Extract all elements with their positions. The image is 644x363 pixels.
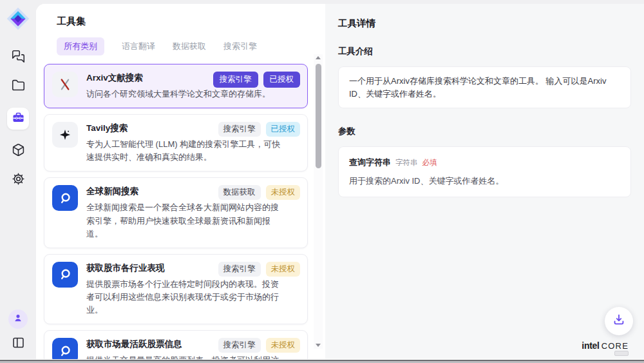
tool-card[interactable]: 全球新闻搜索 全球新闻搜索是一个聚合全球各大新闻网站内容的搜索引擎，帮助用户快速… bbox=[44, 177, 308, 248]
download-button[interactable] bbox=[605, 307, 633, 335]
gear-icon bbox=[12, 172, 25, 188]
tool-description: 提供当天交易量最高的股票列表，投资者可以利用这些信息来识别流动性强的股票和潜在的… bbox=[86, 354, 283, 359]
category-badge: 搜索引擎 bbox=[218, 338, 261, 353]
tool-description: 提供股票市场各个行业在特定时间段内的表现。投资者可以利用这些信息来识别表现优于或… bbox=[86, 278, 283, 317]
tool-card[interactable]: 获取股市各行业表现 提供股票市场各个行业在特定时间段内的表现。投资者可以利用这些… bbox=[44, 254, 308, 324]
news-search-icon bbox=[52, 338, 78, 359]
intel-wordmark: intel bbox=[582, 340, 599, 351]
folder-icon bbox=[12, 79, 25, 95]
tool-description: 访问各个研究领域大量科学论文和文章的存储库。 bbox=[86, 88, 283, 101]
param-type: 字符串 bbox=[395, 158, 418, 168]
tool-list-panel: 工具集 所有类别语言翻译数据获取搜索引擎 Arxiv文献搜索 访问各个研究领域大… bbox=[36, 4, 325, 359]
category-badge: 搜索引擎 bbox=[213, 72, 258, 88]
panel-layout-icon bbox=[12, 336, 25, 352]
sidebar-item-settings[interactable] bbox=[10, 172, 26, 188]
news-search-icon bbox=[52, 185, 78, 211]
cube-icon bbox=[12, 143, 25, 159]
scroll-down-arrow-icon[interactable] bbox=[316, 344, 321, 347]
intel-core-logo: intel core bbox=[582, 340, 629, 351]
tab-category[interactable]: 搜索引擎 bbox=[223, 41, 257, 52]
toggle-sidebar-button[interactable] bbox=[10, 336, 26, 351]
category-tabs: 所有类别语言翻译数据获取搜索引擎 bbox=[57, 37, 325, 55]
sidebar-item-chat[interactable] bbox=[10, 50, 26, 65]
arxiv-icon bbox=[52, 72, 78, 97]
tab-category[interactable]: 数据获取 bbox=[173, 41, 206, 52]
tab-category[interactable]: 语言翻译 bbox=[122, 41, 155, 52]
param-card: 查询字符串 字符串 必填 用于搜索的Arxiv ID、关键字或作者姓名。 bbox=[338, 146, 631, 197]
param-required-flag: 必填 bbox=[422, 158, 437, 168]
tool-card[interactable]: Arxiv文献搜索 访问各个研究领域大量科学论文和文章的存储库。 搜索引擎 已授… bbox=[44, 64, 308, 108]
intro-card: 一个用于从Arxiv存储库搜索科学论文和文章的工具。 输入可以是Arxiv ID… bbox=[338, 66, 631, 108]
auth-badge: 已授权 bbox=[263, 72, 301, 88]
user-avatar[interactable] bbox=[8, 309, 28, 329]
param-description: 用于搜索的Arxiv ID、关键字或作者姓名。 bbox=[349, 175, 620, 187]
sidebar-bottom bbox=[8, 309, 28, 351]
intro-text: 一个用于从Arxiv存储库搜索科学论文和文章的工具。 输入可以是Arxiv ID… bbox=[349, 76, 606, 99]
user-avatar-icon bbox=[12, 312, 24, 326]
scrollbar-thumb[interactable] bbox=[316, 64, 321, 168]
intel-ultra-badge bbox=[614, 351, 629, 356]
app-logo-icon bbox=[6, 7, 30, 30]
tool-description: 全球新闻搜索是一个聚合全球各大新闻网站内容的搜索引擎，帮助用户快速获取全球最新资… bbox=[86, 201, 283, 240]
sidebar-item-files[interactable] bbox=[10, 79, 26, 94]
sidebar bbox=[0, 0, 36, 359]
sidebar-item-plugins[interactable] bbox=[10, 143, 26, 159]
tool-cards: Arxiv文献搜索 访问各个研究领域大量科学论文和文章的存储库。 搜索引擎 已授… bbox=[44, 64, 308, 359]
tab-active[interactable]: 所有类别 bbox=[57, 37, 104, 55]
auth-badge: 未授权 bbox=[266, 262, 301, 277]
sidebar-nav bbox=[7, 50, 29, 188]
list-scrollbar[interactable] bbox=[314, 54, 323, 349]
app-window: 工具集 所有类别语言翻译数据获取搜索引擎 Arxiv文献搜索 访问各个研究领域大… bbox=[0, 0, 644, 359]
auth-badge: 已授权 bbox=[266, 122, 301, 137]
category-badge: 数据获取 bbox=[218, 185, 261, 200]
window-bottom-edge bbox=[0, 359, 644, 363]
category-badge: 搜索引擎 bbox=[218, 262, 261, 277]
category-badge: 搜索引擎 bbox=[218, 122, 261, 137]
main-surface: 工具集 所有类别语言翻译数据获取搜索引擎 Arxiv文献搜索 访问各个研究领域大… bbox=[36, 4, 644, 359]
download-icon bbox=[612, 313, 626, 329]
tool-details-panel: 工具详情 工具介绍 一个用于从Arxiv存储库搜索科学论文和文章的工具。 输入可… bbox=[325, 4, 644, 359]
auth-badge: 未授权 bbox=[266, 338, 301, 353]
intro-heading: 工具介绍 bbox=[338, 46, 631, 57]
auth-badge: 未授权 bbox=[266, 185, 301, 200]
tool-card[interactable]: Tavily搜索 专为人工智能代理 (LLM) 构建的搜索引擎工具，可快速提供实… bbox=[44, 114, 308, 172]
page-title: 工具集 bbox=[57, 15, 325, 28]
sidebar-item-tools[interactable] bbox=[7, 108, 29, 130]
core-wordmark: core bbox=[601, 341, 629, 351]
scroll-up-arrow-icon[interactable] bbox=[316, 56, 321, 59]
news-search-icon bbox=[52, 262, 78, 288]
param-name: 查询字符串 bbox=[349, 157, 391, 168]
toolbox-icon bbox=[12, 111, 25, 127]
details-title: 工具详情 bbox=[338, 17, 631, 30]
tool-card[interactable]: 获取市场最活跃股票信息 提供当天交易量最高的股票列表，投资者可以利用这些信息来识… bbox=[44, 330, 308, 359]
tool-description: 专为人工智能代理 (LLM) 构建的搜索引擎工具，可快速提供实时、准确和真实的结… bbox=[86, 138, 283, 164]
chat-icon bbox=[12, 50, 25, 66]
tavily-sparkle-icon bbox=[52, 122, 78, 148]
params-heading: 参数 bbox=[338, 126, 631, 137]
